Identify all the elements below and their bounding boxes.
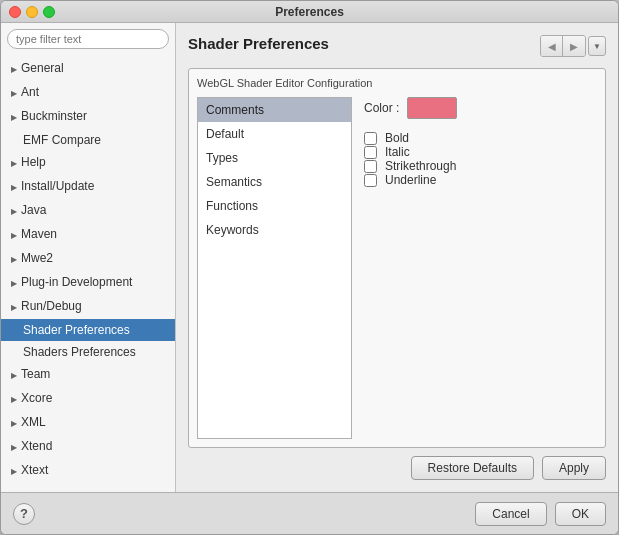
nav-forward-button[interactable]: ▶ <box>563 36 585 56</box>
ok-button[interactable]: OK <box>555 502 606 526</box>
apply-button[interactable]: Apply <box>542 456 606 480</box>
sidebar-item-shaders-preferences[interactable]: Shaders Preferences <box>1 341 175 363</box>
sidebar-item-run-debug[interactable]: Run/Debug <box>1 295 175 319</box>
list-item-default[interactable]: Default <box>198 122 351 146</box>
maximize-button[interactable] <box>43 6 55 18</box>
sidebar-tree: GeneralAntBuckminsterEMF CompareHelpInst… <box>1 55 175 492</box>
underline-label: Underline <box>385 173 436 187</box>
section-label: WebGL Shader Editor Configuration <box>197 77 597 89</box>
nav-menu-button[interactable]: ▼ <box>588 36 606 56</box>
nav-back-button[interactable]: ◀ <box>541 36 563 56</box>
checkbox-row-underline: Underline <box>364 173 597 187</box>
sidebar-item-shader-preferences[interactable]: Shader Preferences <box>1 319 175 341</box>
list-item-comments[interactable]: Comments <box>198 98 351 122</box>
list-item-functions[interactable]: Functions <box>198 194 351 218</box>
minimize-button[interactable] <box>26 6 38 18</box>
bottom-buttons: Restore Defaults Apply <box>188 456 606 480</box>
cancel-button[interactable]: Cancel <box>475 502 546 526</box>
sidebar-item-mwe2[interactable]: Mwe2 <box>1 247 175 271</box>
underline-checkbox[interactable] <box>364 174 377 187</box>
sidebar-item-xml[interactable]: XML <box>1 411 175 435</box>
sidebar-item-team[interactable]: Team <box>1 363 175 387</box>
sidebar-item-maven[interactable]: Maven <box>1 223 175 247</box>
sidebar-item-general[interactable]: General <box>1 57 175 81</box>
sidebar-item-ant[interactable]: Ant <box>1 81 175 105</box>
search-input[interactable] <box>16 33 160 45</box>
properties-panel: Color : BoldItalicStrikethroughUnderline <box>364 97 597 439</box>
checkbox-row-strikethrough: Strikethrough <box>364 159 597 173</box>
sidebar-item-plug-in-dev[interactable]: Plug-in Development <box>1 271 175 295</box>
sidebar-item-xcore[interactable]: Xcore <box>1 387 175 411</box>
strikethrough-label: Strikethrough <box>385 159 456 173</box>
checkboxes-container: BoldItalicStrikethroughUnderline <box>364 131 597 187</box>
color-row: Color : <box>364 97 597 119</box>
italic-checkbox[interactable] <box>364 146 377 159</box>
checkbox-row-bold: Bold <box>364 131 597 145</box>
italic-label: Italic <box>385 145 410 159</box>
strikethrough-checkbox[interactable] <box>364 160 377 173</box>
restore-defaults-button[interactable]: Restore Defaults <box>411 456 534 480</box>
bold-label: Bold <box>385 131 409 145</box>
sidebar-item-xtext[interactable]: Xtext <box>1 459 175 483</box>
search-box[interactable] <box>7 29 169 49</box>
panel-title: Shader Preferences <box>188 35 329 52</box>
color-swatch[interactable] <box>407 97 457 119</box>
element-list: CommentsDefaultTypesSemanticsFunctionsKe… <box>197 97 352 439</box>
panel-header: Shader Preferences ◀ ▶ ▼ <box>188 35 606 60</box>
sidebar-item-install-update[interactable]: Install/Update <box>1 175 175 199</box>
sidebar-item-java[interactable]: Java <box>1 199 175 223</box>
title-bar: Preferences <box>1 1 618 23</box>
sidebar-item-emf-compare[interactable]: EMF Compare <box>1 129 175 151</box>
sidebar-item-xtend[interactable]: Xtend <box>1 435 175 459</box>
main-panel: Shader Preferences ◀ ▶ ▼ WebGL Shader Ed… <box>176 23 618 492</box>
window-title: Preferences <box>275 5 344 19</box>
color-label: Color : <box>364 101 399 115</box>
window-controls <box>9 6 55 18</box>
list-item-types[interactable]: Types <box>198 146 351 170</box>
checkbox-row-italic: Italic <box>364 145 597 159</box>
bold-checkbox[interactable] <box>364 132 377 145</box>
section-box: WebGL Shader Editor Configuration Commen… <box>188 68 606 448</box>
content-area: GeneralAntBuckminsterEMF CompareHelpInst… <box>1 23 618 492</box>
footer: ? Cancel OK <box>1 492 618 534</box>
list-item-semantics[interactable]: Semantics <box>198 170 351 194</box>
list-item-keywords[interactable]: Keywords <box>198 218 351 242</box>
preferences-window: Preferences GeneralAntBuckminsterEMF Com… <box>0 0 619 535</box>
sidebar-item-help[interactable]: Help <box>1 151 175 175</box>
section-content: CommentsDefaultTypesSemanticsFunctionsKe… <box>197 97 597 439</box>
help-button[interactable]: ? <box>13 503 35 525</box>
close-button[interactable] <box>9 6 21 18</box>
sidebar: GeneralAntBuckminsterEMF CompareHelpInst… <box>1 23 176 492</box>
footer-left: ? <box>13 503 467 525</box>
sidebar-item-buckminster[interactable]: Buckminster <box>1 105 175 129</box>
